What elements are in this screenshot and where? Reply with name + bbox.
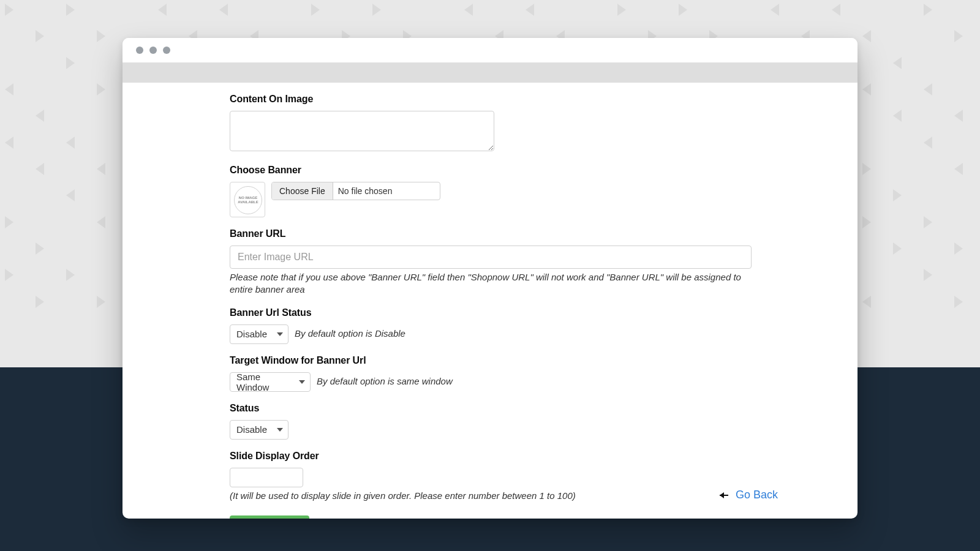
banner-url-status-select[interactable]: Disable [230,324,288,344]
pattern-triangle-icon [893,110,902,122]
banner-url-status-row: Disable By default option is Disable [230,324,752,344]
content-area: Content On Image Choose Banner NO IMAGE … [123,83,858,519]
pattern-triangle-icon [862,163,871,175]
window-titlebar [123,38,858,62]
pattern-triangle-icon [862,83,871,96]
pattern-triangle-icon [679,4,687,16]
pattern-triangle-icon [924,269,932,281]
pattern-triangle-icon [5,216,13,228]
pattern-triangle-icon [954,296,963,308]
pattern-triangle-icon [66,189,75,201]
slide-order-input[interactable] [230,468,303,487]
chevron-down-icon [277,428,283,432]
banner-url-label: Banner URL [230,228,752,239]
content-on-image-label: Content On Image [230,94,752,105]
chevron-down-icon [299,380,305,384]
banner-url-status-help: By default option is Disable [295,328,405,340]
status-select[interactable]: Disable [230,420,288,440]
target-window-row: Same Window By default option is same wi… [230,372,752,392]
target-window-help: By default option is same window [317,375,453,388]
pattern-triangle-icon [5,4,13,16]
status-label: Status [230,403,752,414]
pattern-triangle-icon [311,4,320,16]
pattern-triangle-icon [464,4,473,16]
pattern-triangle-icon [862,216,871,228]
pattern-triangle-icon [924,137,932,149]
pattern-triangle-icon [372,4,381,16]
banner-url-help: Please note that if you use above "Banne… [230,271,752,296]
go-back-link[interactable]: Go Back [720,489,778,501]
pattern-triangle-icon [66,4,75,16]
pattern-triangle-icon [954,110,963,122]
pattern-triangle-icon [5,269,13,281]
pattern-triangle-icon [66,137,75,149]
window-dot [149,47,157,54]
save-button[interactable]: Save Changes [230,515,309,519]
pattern-triangle-icon [36,296,44,308]
banner-url-status-value: Disable [236,329,267,339]
window-toolbar [123,62,858,83]
status-row: Disable [230,420,752,440]
pattern-triangle-icon [5,83,13,96]
pattern-triangle-icon [36,163,44,175]
pattern-triangle-icon [36,30,44,42]
browser-window: Content On Image Choose Banner NO IMAGE … [123,38,858,519]
pattern-triangle-icon [924,83,932,96]
pattern-triangle-icon [5,137,13,149]
pattern-triangle-icon [66,269,75,281]
target-window-label: Target Window for Banner Url [230,355,752,366]
form-actions: Save Changes [230,515,752,519]
pattern-triangle-icon [526,4,534,16]
status-value: Disable [236,424,267,435]
go-back-label: Go Back [736,489,778,501]
pattern-triangle-icon [66,57,75,69]
no-image-icon: NO IMAGE AVAILABLE [234,186,262,214]
file-input[interactable]: Choose File No file chosen [271,182,440,200]
chevron-down-icon [277,332,283,336]
choose-file-button[interactable]: Choose File [272,182,333,200]
pattern-triangle-icon [832,4,840,16]
target-window-select[interactable]: Same Window [230,372,311,392]
pattern-triangle-icon [617,4,626,16]
pattern-triangle-icon [924,4,932,16]
choose-banner-row: NO IMAGE AVAILABLE Choose File No file c… [230,182,752,217]
banner-url-status-label: Banner Url Status [230,307,752,318]
pattern-triangle-icon [893,57,902,69]
pattern-triangle-icon [893,242,902,255]
pattern-triangle-icon [954,163,963,175]
back-arrow-icon [720,491,731,500]
pattern-triangle-icon [771,4,779,16]
pattern-triangle-icon [924,216,932,228]
pattern-triangle-icon [36,110,44,122]
slide-order-label: Slide Display Order [230,451,752,462]
slide-order-help: (It will be used to display slide in giv… [230,490,752,502]
pattern-triangle-icon [219,4,228,16]
pattern-triangle-icon [893,189,902,201]
pattern-triangle-icon [36,242,44,255]
pattern-triangle-icon [158,4,167,16]
pattern-triangle-icon [97,216,105,228]
file-status-text: No file chosen [333,186,393,196]
window-dot [136,47,143,54]
banner-thumbnail: NO IMAGE AVAILABLE [230,182,265,217]
window-dot [163,47,170,54]
pattern-triangle-icon [954,242,963,255]
pattern-triangle-icon [862,296,871,308]
target-window-value: Same Window [236,372,294,392]
pattern-triangle-icon [97,163,105,175]
pattern-triangle-icon [954,30,963,42]
banner-url-input[interactable] [230,246,752,269]
banner-form: Content On Image Choose Banner NO IMAGE … [230,94,752,519]
pattern-triangle-icon [97,296,105,308]
pattern-triangle-icon [862,30,871,42]
choose-banner-label: Choose Banner [230,165,752,176]
pattern-triangle-icon [97,30,105,42]
content-on-image-textarea[interactable] [230,111,494,151]
pattern-triangle-icon [97,83,105,96]
